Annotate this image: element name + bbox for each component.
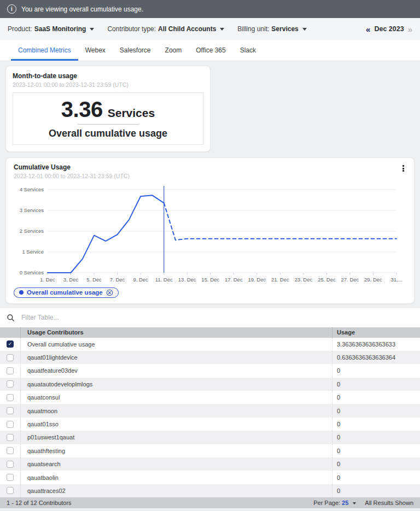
contributor-name-cell: qauatautodeveloplmlogs xyxy=(21,378,332,391)
row-checkbox[interactable] xyxy=(7,367,14,374)
svg-text:3 Services: 3 Services xyxy=(20,207,44,213)
table-row: qauathftesting0 xyxy=(0,444,420,457)
svg-text:31....: 31.... xyxy=(390,277,402,283)
row-checkbox[interactable] xyxy=(7,474,14,481)
stat-unit: Services xyxy=(108,107,155,120)
table-row: qauatbaolin0 xyxy=(0,471,420,484)
row-checkbox-cell xyxy=(0,364,21,377)
svg-text:3. Dec: 3. Dec xyxy=(63,277,79,283)
usage-value-cell: 0 xyxy=(332,444,420,457)
svg-text:0 Services: 0 Services xyxy=(20,269,44,275)
table-row: qauat01lightdevice0.6363636363636364 xyxy=(0,351,420,364)
tab-webex[interactable]: Webex xyxy=(78,40,113,61)
kebab-menu-icon[interactable] xyxy=(400,163,406,173)
chart-card-title: Cumulative Usage xyxy=(14,163,130,171)
period-label: Dec 2023 xyxy=(374,25,404,33)
tab-slack[interactable]: Slack xyxy=(233,40,263,61)
svg-text:11. Dec: 11. Dec xyxy=(155,277,173,283)
row-checkbox[interactable] xyxy=(7,487,14,494)
table-body: ✓Overall cumulative usage3.3636363636363… xyxy=(0,338,420,498)
svg-text:7. Dec: 7. Dec xyxy=(110,277,125,283)
contributor-type-filter-label: Contributor type: xyxy=(107,25,156,33)
row-checkbox[interactable] xyxy=(7,434,14,441)
legend-row: Overall cumulative usage xyxy=(14,287,406,298)
table-row: qauattraces020 xyxy=(0,484,420,497)
usage-value-cell: 0.6363636363636364 xyxy=(332,351,420,364)
legend-chip-label: Overall cumulative usage xyxy=(27,289,103,296)
tab-zoom[interactable]: Zoom xyxy=(158,40,189,61)
svg-text:4 Services: 4 Services xyxy=(20,186,44,192)
usage-value-cell: 0 xyxy=(332,391,420,404)
row-checkbox[interactable] xyxy=(7,421,14,428)
usage-value-cell: 0 xyxy=(332,364,420,377)
contributor-name-cell: qauat01sso xyxy=(21,418,332,431)
table-row: qauatfeature03dev0 xyxy=(0,364,420,377)
contributors-table-section: Usage Contributors Usage ✓Overall cumula… xyxy=(0,308,420,509)
usage-value-cell: 0 xyxy=(332,431,420,444)
table-row: p01uswest1qauat0 xyxy=(0,431,420,444)
table-row: qauatmoon0 xyxy=(0,404,420,417)
row-checkbox[interactable] xyxy=(7,354,14,361)
column-header-usage-contributors[interactable]: Usage Contributors xyxy=(21,327,332,338)
column-header-usage[interactable]: Usage xyxy=(332,327,420,338)
row-checkbox-cell xyxy=(0,378,21,391)
usage-value-cell: 0 xyxy=(332,378,420,391)
row-checkbox-cell xyxy=(0,404,21,417)
tab-office-365[interactable]: Office 365 xyxy=(189,40,232,61)
row-checkbox[interactable] xyxy=(7,380,14,387)
table-row: qauatautodeveloplmlogs0 xyxy=(0,378,420,391)
usage-dashboard-page: i You are viewing overall cumulative usa… xyxy=(0,0,420,511)
row-checkbox[interactable] xyxy=(7,394,14,401)
table-row: qauat01sso0 xyxy=(0,418,420,431)
table-row: ✓Overall cumulative usage3.3636363636363… xyxy=(0,338,420,351)
row-checkbox-cell xyxy=(0,457,21,471)
filter-bar: Product: SaaS Monitoring Contributor typ… xyxy=(0,18,420,40)
row-checkbox-cell xyxy=(0,418,21,431)
usage-value-cell: 0 xyxy=(332,404,420,417)
usage-value-cell: 0 xyxy=(332,418,420,431)
row-checkbox[interactable]: ✓ xyxy=(7,340,14,348)
billing-unit-filter-value: Services xyxy=(271,25,298,33)
previous-month-button[interactable]: « xyxy=(366,25,370,33)
table-row: qauatsearch0 xyxy=(0,457,420,471)
svg-text:17. Dec: 17. Dec xyxy=(225,277,243,283)
billing-unit-filter-dropdown[interactable]: Billing unit: Services xyxy=(237,25,306,33)
banner-text: You are viewing overall cumulative usage… xyxy=(21,5,143,13)
svg-text:1 Service: 1 Service xyxy=(22,249,44,255)
chevron-down-icon xyxy=(90,28,94,31)
per-page-label: Per Page: xyxy=(313,500,340,506)
table-row: qauatconsul0 xyxy=(0,391,420,404)
usage-value-cell: 3.3636363636363633 xyxy=(332,338,420,351)
per-page-value: 25 xyxy=(342,500,348,506)
contributor-type-filter-dropdown[interactable]: Contributor type: All Child Accounts xyxy=(107,25,224,33)
row-checkbox[interactable] xyxy=(7,407,14,414)
contributor-name-cell: p01uswest1qauat xyxy=(21,431,332,444)
search-icon xyxy=(7,314,15,322)
billing-unit-filter-label: Billing unit: xyxy=(237,25,269,33)
period-navigator: « Dec 2023 » xyxy=(366,25,412,33)
contributor-name-cell: qauatconsul xyxy=(21,391,332,404)
month-to-date-card-subtitle: 2023-12-01 00:00 to 2023-12-31 23:59 (UT… xyxy=(13,81,203,89)
chevron-down-icon xyxy=(220,28,224,31)
next-month-button[interactable]: » xyxy=(408,25,412,33)
tab-bar: Combined MetricsWebexSalesforceZoomOffic… xyxy=(0,40,420,61)
row-checkbox-cell xyxy=(0,484,21,497)
tab-combined-metrics[interactable]: Combined Metrics xyxy=(11,40,78,61)
contributor-name-cell: qauatbaolin xyxy=(21,471,332,484)
stat-caption: Overall cumulative usage xyxy=(49,128,167,139)
row-checkbox[interactable] xyxy=(7,461,14,468)
product-filter-dropdown[interactable]: Product: SaaS Monitoring xyxy=(8,25,94,33)
usage-value-cell: 0 xyxy=(332,471,420,484)
row-checkbox[interactable] xyxy=(7,447,14,454)
row-checkbox-cell: ✓ xyxy=(0,338,21,351)
per-page-selector[interactable]: Per Page: 25 xyxy=(313,500,356,506)
chart-card-header: Cumulative Usage 2023-12-01 00:00 to 202… xyxy=(14,163,406,180)
filter-table-input[interactable] xyxy=(20,313,413,322)
svg-text:13. Dec: 13. Dec xyxy=(178,277,196,283)
chevron-down-icon xyxy=(353,502,356,504)
tab-salesforce[interactable]: Salesforce xyxy=(113,40,158,61)
remove-series-icon[interactable] xyxy=(106,289,113,296)
legend-chip-overall-cumulative-usage[interactable]: Overall cumulative usage xyxy=(14,287,119,298)
contributor-type-filter-value: All Child Accounts xyxy=(158,25,216,33)
month-to-date-card: Month-to-date usage 2023-12-01 00:00 to … xyxy=(5,66,211,152)
